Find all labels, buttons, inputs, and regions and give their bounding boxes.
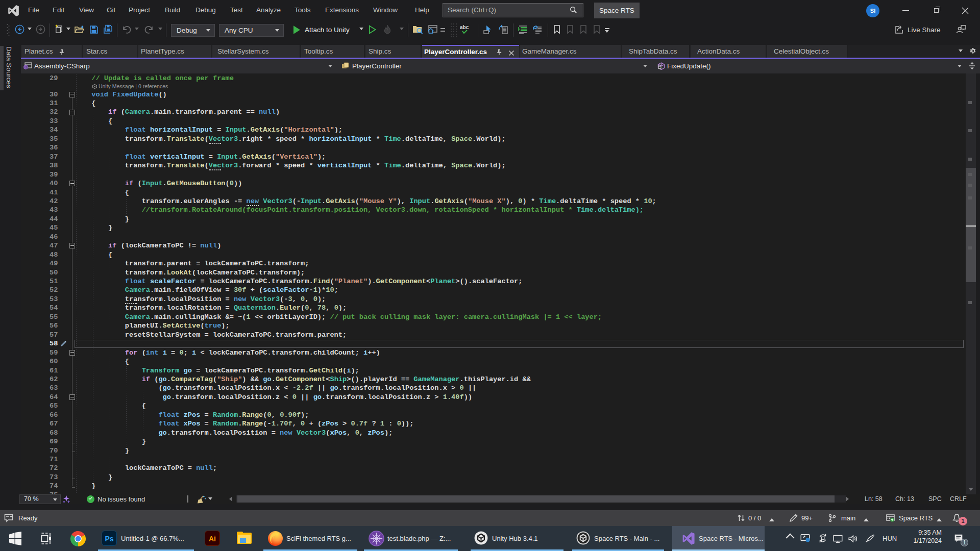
svg-text:abc: abc	[460, 24, 469, 30]
